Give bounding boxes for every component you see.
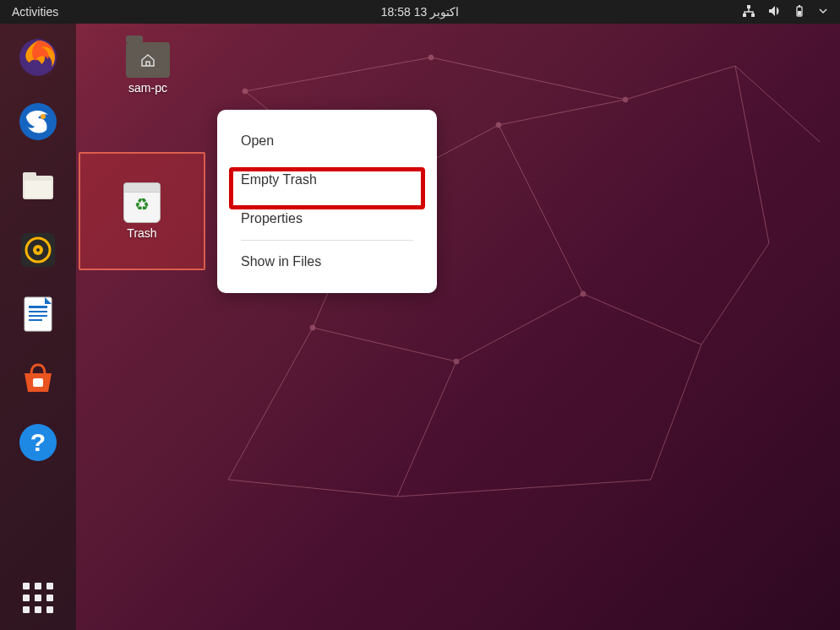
desktop-icon-label: sam-pc [128,81,167,95]
battery-icon[interactable] [793,4,806,20]
dock-item-firefox[interactable] [14,34,62,81]
svg-point-10 [496,122,501,128]
menu-item-properties[interactable]: Properties [217,199,437,238]
svg-point-11 [310,325,315,330]
dock-item-rhythmbox[interactable] [14,226,62,274]
svg-point-23 [36,248,40,252]
svg-rect-5 [798,11,801,15]
activities-button[interactable]: Activities [0,5,58,19]
svg-rect-19 [25,181,52,198]
clock[interactable]: اکتوبر 13 18:58 [381,5,459,19]
svg-rect-25 [29,306,47,308]
menu-item-show-in-files[interactable]: Show in Files [217,242,437,281]
dock-item-thunderbird[interactable] [14,98,62,145]
svg-point-7 [428,55,434,60]
dock-item-libreoffice-writer[interactable] [14,291,62,338]
desktop-icon-label: Trash [127,226,156,240]
trash-icon: ♻ [123,182,161,223]
desktop-icon-trash[interactable]: ♻ Trash [79,152,205,270]
svg-rect-2 [751,14,755,17]
svg-point-8 [623,97,628,102]
svg-rect-1 [743,14,746,17]
context-menu: Open Empty Trash Properties Show in File… [217,110,437,293]
dock-item-ubuntu-software[interactable] [14,355,62,402]
dock-item-files[interactable] [14,162,62,209]
svg-rect-28 [29,319,42,321]
svg-rect-27 [29,315,47,317]
menu-separator [241,240,413,241]
svg-point-6 [243,89,248,94]
show-applications-button[interactable] [23,583,53,613]
volume-icon[interactable] [767,4,781,20]
menu-item-open[interactable]: Open [217,122,437,160]
svg-point-13 [581,291,586,296]
top-bar: Activities اکتوبر 13 18:58 [0,0,840,24]
folder-icon [126,42,170,78]
svg-point-12 [454,359,459,364]
svg-text:?: ? [30,428,46,456]
wallpaper-art [76,24,840,630]
svg-point-16 [41,114,46,119]
svg-rect-18 [23,172,36,179]
menu-item-empty-trash[interactable]: Empty Trash [217,160,437,199]
svg-rect-26 [29,311,47,312]
svg-rect-4 [799,5,800,7]
dock-item-help[interactable]: ? [14,419,62,466]
desktop-icon-home[interactable]: sam-pc [110,42,186,95]
dock: ? [0,24,76,630]
svg-rect-29 [33,378,43,387]
system-tray[interactable] [742,4,840,20]
svg-rect-0 [747,5,750,8]
chevron-down-icon[interactable] [818,5,828,19]
network-icon[interactable] [742,4,755,20]
recycle-icon: ♻ [134,194,150,215]
